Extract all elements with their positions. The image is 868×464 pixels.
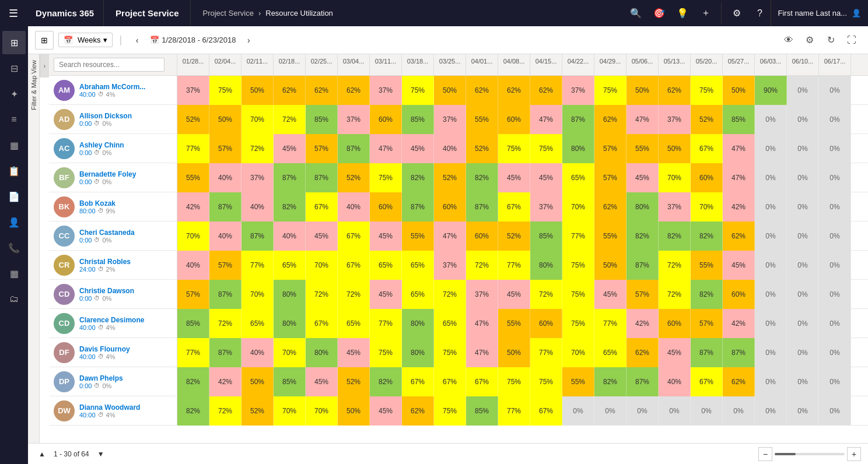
- utilization-cell: 75%: [209, 76, 242, 105]
- breadcrumb-separator: ›: [258, 9, 261, 17]
- collapse-panel-button[interactable]: ›: [40, 54, 49, 78]
- resource-name[interactable]: Bernadette Foley: [79, 170, 172, 178]
- utilization-cell: 82%: [659, 222, 691, 251]
- resource-meta: 24:00⏱2%: [79, 266, 172, 273]
- utilization-cell: 80%: [274, 309, 306, 338]
- refresh-icon[interactable]: ↻: [821, 31, 840, 50]
- settings-icon-btn[interactable]: ⚙: [726, 3, 747, 24]
- utilization-cell: 62%: [274, 76, 306, 105]
- page-down-button[interactable]: ▼: [94, 447, 108, 461]
- filter-map-view-panel[interactable]: Filter & Map View: [28, 54, 40, 443]
- resource-name[interactable]: Allison Dickson: [79, 112, 172, 120]
- resource-name[interactable]: Clarence Desimone: [79, 316, 172, 324]
- utilization-cell: 40%: [242, 192, 274, 222]
- date-prev-button[interactable]: ‹: [129, 32, 145, 48]
- resource-meta: 0:00⏱0%: [79, 178, 172, 185]
- utilization-cell: 82%: [177, 396, 209, 426]
- utilization-cell: 45%: [370, 280, 402, 309]
- avatar: CC: [54, 226, 75, 247]
- zoom-out-button[interactable]: −: [758, 447, 772, 461]
- sidebar-database-icon[interactable]: 🗂: [2, 287, 26, 311]
- settings-toolbar-icon[interactable]: ⚙: [800, 31, 819, 50]
- resource-name[interactable]: Bob Kozak: [79, 199, 172, 208]
- utilization-cell: 57%: [594, 163, 626, 192]
- utilization-cell: 0%: [659, 396, 691, 426]
- page-up-button[interactable]: ▲: [35, 447, 49, 461]
- utilization-cell: 0%: [787, 251, 819, 280]
- utilization-cell: 70%: [177, 222, 209, 251]
- utilization-cell: 70%: [306, 251, 338, 280]
- sidebar-home-icon[interactable]: ⊞: [2, 31, 26, 54]
- help-icon-btn[interactable]: ?: [750, 3, 771, 24]
- resource-hours: 0:00: [79, 237, 92, 244]
- target-icon-btn[interactable]: 🎯: [649, 3, 670, 24]
- date-next-button[interactable]: ›: [240, 32, 257, 48]
- fullscreen-icon[interactable]: ⛶: [842, 31, 861, 50]
- utilization-cell: 60%: [370, 105, 402, 134]
- sidebar-report-icon[interactable]: 📋: [2, 159, 26, 182]
- resource-pct: 0%: [102, 120, 111, 127]
- utilization-cell: 62%: [594, 105, 626, 134]
- date-range-display: 📅 1/28/2018 - 6/23/2018: [150, 36, 236, 44]
- resource-name[interactable]: Dawn Phelps: [79, 374, 172, 382]
- sidebar-document-icon[interactable]: 📄: [2, 185, 26, 208]
- sidebar-table-icon[interactable]: ▦: [2, 262, 26, 285]
- utilization-cell: 85%: [402, 105, 434, 134]
- resource-name[interactable]: Christal Robles: [79, 258, 172, 266]
- utilization-cell: 65%: [370, 251, 402, 280]
- zoom-bar-fill: [775, 453, 796, 455]
- resource-pct: 9%: [106, 208, 116, 215]
- avatar: CR: [54, 255, 75, 276]
- sidebar-list-icon[interactable]: ≡: [2, 108, 26, 131]
- utilization-cell: 50%: [338, 396, 370, 426]
- date-header-cell: 05/13...: [659, 54, 691, 75]
- dynamics-365-logo[interactable]: Dynamics 365: [26, 0, 104, 26]
- resource-name[interactable]: Dianna Woodward: [79, 403, 172, 412]
- zoom-in-button[interactable]: +: [847, 447, 861, 461]
- date-header-cell: 06/17...: [819, 54, 851, 75]
- search-input[interactable]: [54, 58, 164, 72]
- utilization-cell: 72%: [209, 396, 242, 426]
- hamburger-menu[interactable]: ☰: [0, 0, 26, 26]
- utilization-cell: 50%: [242, 367, 274, 396]
- expand-button[interactable]: ⊞: [35, 31, 54, 50]
- utilization-cell: 60%: [723, 280, 755, 309]
- project-service-nav[interactable]: Project Service: [104, 0, 191, 26]
- utilization-cell: 62%: [402, 396, 434, 426]
- sidebar-calendar-icon[interactable]: ▦: [2, 133, 26, 157]
- utilization-cell: 0%: [787, 76, 819, 105]
- resource-row: AMAbraham McCorm...40:00⏱4%37%75%50%62%6…: [49, 76, 868, 105]
- utilization-cell: 37%: [242, 163, 274, 192]
- data-cells-row: 42%87%40%82%67%40%60%87%60%87%67%37%70%6…: [177, 192, 868, 221]
- sidebar-star-icon[interactable]: ✦: [2, 82, 26, 106]
- search-icon-btn[interactable]: 🔍: [625, 3, 646, 24]
- utilization-cell: 87%: [402, 192, 434, 222]
- view-toggle-icon[interactable]: 👁: [779, 31, 798, 50]
- sidebar-person-icon[interactable]: 👤: [2, 210, 26, 234]
- weeks-selector[interactable]: 📅 Weeks ▾: [58, 33, 113, 47]
- add-icon-btn[interactable]: ＋: [695, 3, 716, 24]
- utilization-cell: 40%: [338, 192, 370, 222]
- resource-meta: 40:00⏱4%: [79, 353, 172, 360]
- utilization-cell: 45%: [274, 134, 306, 163]
- utilization-cell: 0%: [755, 309, 787, 338]
- utilization-cell: 0%: [819, 309, 851, 338]
- sidebar-phone-icon[interactable]: 📞: [2, 236, 26, 259]
- utilization-cell: 45%: [306, 367, 338, 396]
- lightbulb-icon-btn[interactable]: 💡: [672, 3, 693, 24]
- utilization-cell: 40%: [659, 367, 691, 396]
- utilization-cell: 77%: [530, 338, 562, 367]
- resource-info: CCCheri Castaneda0:00⏱0%: [49, 222, 177, 250]
- toolbar-right: 👁 ⚙ ↻ ⛶: [779, 31, 861, 50]
- chevron-down-icon: ▾: [103, 36, 107, 44]
- resource-name[interactable]: Ashley Chinn: [79, 141, 172, 149]
- resource-name[interactable]: Davis Flournoy: [79, 345, 172, 353]
- utilization-cell: 65%: [242, 309, 274, 338]
- resource-name[interactable]: Abraham McCorm...: [79, 83, 172, 91]
- sidebar-apps-icon[interactable]: ⊟: [2, 57, 26, 80]
- resource-row: ACAshley Chinn0:00⏱0%77%57%72%45%57%87%4…: [49, 134, 868, 163]
- resource-row: CDClarence Desimone40:00⏱4%85%72%65%80%6…: [49, 309, 868, 338]
- resource-name[interactable]: Christie Dawson: [79, 287, 172, 295]
- user-profile[interactable]: First name Last na... 👤: [771, 0, 869, 26]
- resource-name[interactable]: Cheri Castaneda: [79, 229, 172, 237]
